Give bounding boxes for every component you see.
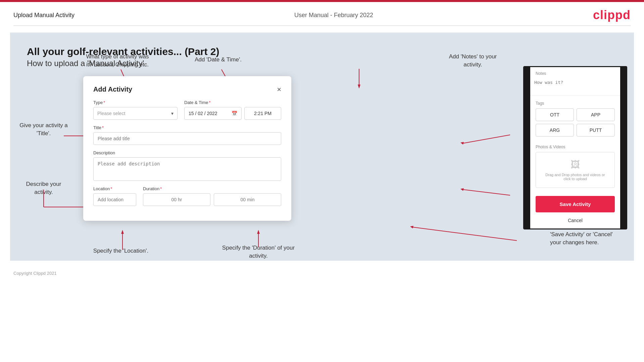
duration-group (143, 193, 281, 206)
annotation-save-cancel: 'Save Activity' or 'Cancel' your changes… (550, 230, 624, 247)
datetime-label: Date & Time* (184, 100, 281, 105)
save-activity-button[interactable]: Save Activity (536, 196, 615, 212)
modal-title: Add Activity (93, 86, 132, 93)
svg-marker-18 (460, 188, 464, 191)
desc-textarea[interactable] (93, 157, 281, 181)
form-group-desc: Description (93, 150, 281, 181)
type-select[interactable] (93, 107, 178, 120)
location-label: Location* (93, 186, 136, 191)
annotation-desc: Describe your activity. (17, 180, 70, 196)
type-label: Type* (93, 100, 178, 105)
phone-side-bar-right (620, 67, 626, 228)
tag-arg[interactable]: ARG (536, 124, 574, 137)
duration-min-input[interactable] (214, 193, 281, 206)
form-group-duration: Duration* (143, 186, 281, 206)
location-input[interactable] (93, 193, 136, 206)
annotation-date: Add 'Date & Time'. (188, 56, 248, 63)
annotation-notes: Add 'Notes' to your activity. (439, 53, 506, 69)
duration-label: Duration* (143, 186, 281, 191)
form-row-location-duration: Location* Duration* (93, 186, 281, 206)
photo-upload-hint: Drag and Drop photos and videos or click… (545, 173, 605, 181)
annotation-duration: Specify the 'Duration' of your activity. (218, 244, 299, 260)
tags-grid: OTT APP ARG PUTT (536, 108, 615, 137)
tags-section: Tags OTT APP ARG PUTT (530, 97, 620, 141)
header-divider (13, 25, 631, 26)
tag-ott[interactable]: OTT (536, 108, 574, 121)
notes-label: Notes (530, 67, 620, 77)
svg-line-17 (463, 190, 510, 195)
phone-screen: Notes Tags OTT APP ARG PUTT Photos & Vid… (523, 66, 627, 229)
photos-label: Photos & Videos (536, 145, 615, 149)
header-logo: clippd (593, 8, 631, 22)
notes-textarea[interactable] (530, 77, 620, 96)
tag-putt[interactable]: PUTT (577, 124, 615, 137)
phone-side-bar-left (524, 67, 530, 228)
annotation-what-type: What type of activity was it? Lesson, Ch… (84, 53, 151, 69)
time-input[interactable] (244, 107, 281, 120)
header: Upload Manual Activity User Manual - Feb… (0, 2, 644, 25)
svg-marker-10 (121, 230, 124, 234)
date-input[interactable] (189, 111, 229, 116)
phone-inner: Notes Tags OTT APP ARG PUTT Photos & Vid… (530, 67, 620, 228)
form-row-type-date: Type* ▾ Please select Date & Time* (93, 100, 281, 120)
svg-line-19 (413, 227, 517, 241)
title-input[interactable] (93, 132, 281, 145)
form-row-title: Title* (93, 125, 281, 145)
calendar-icon[interactable]: 📅 (232, 111, 237, 116)
annotation-location: Specify the 'Location'. (87, 247, 154, 255)
form-group-location: Location* (93, 186, 136, 206)
modal-header: Add Activity × (93, 86, 281, 93)
type-select-wrapper: ▾ Please select (93, 107, 178, 120)
photo-upload-area[interactable]: 🖼 Drag and Drop photos and videos or cli… (536, 152, 615, 188)
svg-marker-16 (460, 142, 464, 145)
header-center: User Manual - February 2022 (294, 12, 373, 19)
form-group-title: Title* (93, 125, 281, 145)
footer: Copyright Clippd 2021 (0, 267, 644, 279)
tag-app[interactable]: APP (577, 108, 615, 121)
main-content: All your golf-relevant activities... (Pa… (10, 33, 634, 261)
form-row-desc: Description (93, 150, 281, 181)
svg-line-15 (463, 135, 510, 143)
header-left: Upload Manual Activity (13, 12, 75, 19)
photo-upload-icon: 🖼 (543, 159, 608, 170)
desc-label: Description (93, 150, 281, 155)
modal-close-button[interactable]: × (277, 86, 281, 93)
duration-hr-input[interactable] (143, 193, 210, 206)
svg-marker-20 (410, 226, 413, 228)
form-group-type: Type* ▾ Please select (93, 100, 178, 120)
cancel-link[interactable]: Cancel (530, 216, 620, 228)
date-input-wrapper: 📅 (184, 107, 242, 120)
svg-marker-12 (257, 230, 260, 234)
svg-marker-14 (358, 85, 360, 89)
photos-section: Photos & Videos 🖼 Drag and Drop photos a… (530, 141, 620, 192)
title-label: Title* (93, 125, 281, 130)
annotation-title: Give your activity a 'Title'. (17, 121, 70, 138)
form-group-datetime: Date & Time* 📅 (184, 100, 281, 120)
phone-panel: Notes Tags OTT APP ARG PUTT Photos & Vid… (523, 66, 627, 229)
copyright-text: Copyright Clippd 2021 (13, 271, 57, 276)
add-activity-modal: Add Activity × Type* ▾ Please select (83, 76, 291, 221)
tags-label: Tags (536, 101, 615, 106)
date-time-group: 📅 (184, 107, 281, 120)
